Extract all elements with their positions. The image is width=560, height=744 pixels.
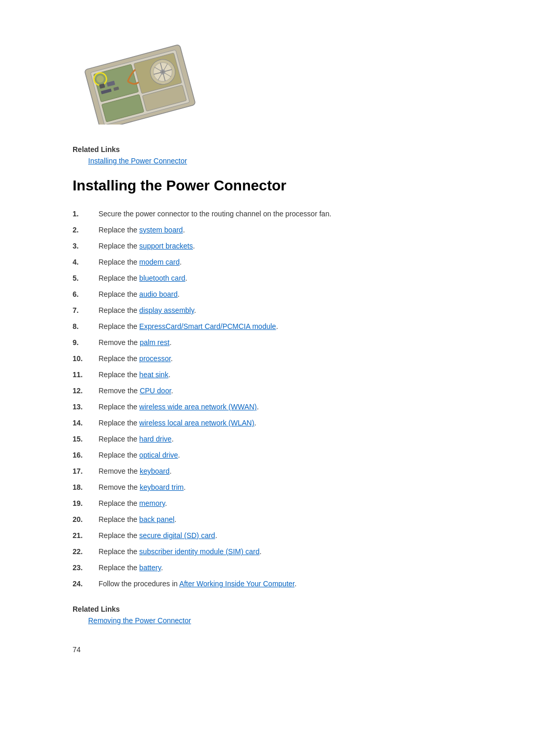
- step-number: 10.: [73, 353, 99, 364]
- system-board-link[interactable]: system board: [139, 226, 183, 234]
- list-item: 6. Replace the audio board.: [73, 289, 508, 300]
- sim-card-link[interactable]: subscriber identity module (SIM) card: [139, 547, 260, 556]
- section-title: Installing the Power Connector: [73, 177, 508, 196]
- step-content: Remove the palm rest.: [99, 337, 172, 348]
- step-number: 1.: [73, 209, 99, 219]
- list-item: 17. Remove the keyboard.: [73, 466, 508, 477]
- wwan-link[interactable]: wireless wide area network (WWAN): [139, 403, 257, 411]
- list-item: 16. Replace the optical drive.: [73, 450, 508, 461]
- step-number: 9.: [73, 337, 99, 348]
- audio-board-link[interactable]: audio board: [139, 290, 178, 298]
- step-number: 3.: [73, 241, 99, 252]
- step-number: 11.: [73, 369, 99, 380]
- steps-list: 1. Secure the power connector to the rou…: [73, 209, 508, 589]
- step-content: Replace the bluetooth card.: [99, 273, 187, 284]
- sd-card-link[interactable]: secure digital (SD) card: [139, 531, 215, 540]
- step-number: 8.: [73, 321, 99, 332]
- related-links-top: Related Links Installing the Power Conne…: [73, 145, 508, 165]
- step-number: 20.: [73, 514, 99, 525]
- related-links-bottom: Related Links Removing the Power Connect…: [73, 605, 508, 625]
- keyboard-link[interactable]: keyboard: [139, 467, 170, 475]
- step-content: Replace the back panel.: [99, 514, 176, 525]
- step-number: 5.: [73, 273, 99, 284]
- laptop-internal-diagram: [73, 31, 197, 125]
- list-item: 9. Remove the palm rest.: [73, 337, 508, 348]
- step-content: Replace the subscriber identity module (…: [99, 546, 261, 557]
- step-number: 17.: [73, 466, 99, 477]
- removing-power-connector-link[interactable]: Removing the Power Connector: [88, 616, 508, 625]
- step-content: Replace the ExpressCard/Smart Card/PCMCI…: [99, 321, 278, 332]
- list-item: 4. Replace the modem card.: [73, 257, 508, 268]
- wlan-link[interactable]: wireless local area network (WLAN): [139, 419, 255, 427]
- after-working-link[interactable]: After Working Inside Your Computer: [179, 580, 295, 588]
- step-content: Remove the keyboard.: [99, 466, 172, 477]
- step-content: Follow the procedures in After Working I…: [99, 578, 297, 589]
- memory-link[interactable]: memory: [139, 499, 165, 507]
- palm-rest-link[interactable]: palm rest: [139, 338, 170, 347]
- display-assembly-link[interactable]: display assembly: [139, 306, 194, 314]
- list-item: 5. Replace the bluetooth card.: [73, 273, 508, 284]
- step-number: 23.: [73, 562, 99, 573]
- hard-drive-link[interactable]: hard drive: [139, 435, 172, 443]
- list-item: 7. Replace the display assembly.: [73, 305, 508, 316]
- step-content: Remove the keyboard trim.: [99, 482, 186, 493]
- expresscard-link[interactable]: ExpressCard/Smart Card/PCMCIA module: [139, 322, 276, 330]
- step-number: 21.: [73, 530, 99, 541]
- step-content: Replace the support brackets.: [99, 241, 195, 252]
- installing-power-connector-link-top[interactable]: Installing the Power Connector: [88, 157, 508, 165]
- list-item: 20. Replace the back panel.: [73, 514, 508, 525]
- step-content: Replace the memory.: [99, 498, 167, 509]
- list-item: 3. Replace the support brackets.: [73, 241, 508, 252]
- step-number: 15.: [73, 434, 99, 445]
- step-number: 13.: [73, 402, 99, 412]
- step-content: Replace the system board.: [99, 225, 185, 236]
- list-item: 10. Replace the processor.: [73, 353, 508, 364]
- battery-link[interactable]: battery: [139, 563, 161, 572]
- heat-sink-link[interactable]: heat sink: [139, 370, 169, 379]
- page-number: 74: [73, 645, 508, 654]
- step-content: Replace the optical drive.: [99, 450, 180, 461]
- step-content: Replace the display assembly.: [99, 305, 196, 316]
- list-item: 24. Follow the procedures in After Worki…: [73, 578, 508, 589]
- step-number: 12.: [73, 385, 99, 396]
- step-number: 18.: [73, 482, 99, 493]
- list-item: 14. Replace the wireless local area netw…: [73, 418, 508, 429]
- step-number: 22.: [73, 546, 99, 557]
- list-item: 1. Secure the power connector to the rou…: [73, 209, 508, 219]
- step-number: 16.: [73, 450, 99, 461]
- list-item: 21. Replace the secure digital (SD) card…: [73, 530, 508, 541]
- step-content: Replace the modem card.: [99, 257, 181, 268]
- step-number: 7.: [73, 305, 99, 316]
- step-number: 14.: [73, 418, 99, 429]
- step-number: 24.: [73, 578, 99, 589]
- step-number: 4.: [73, 257, 99, 268]
- step-number: 19.: [73, 498, 99, 509]
- step-number: 2.: [73, 225, 99, 236]
- diagram-image: [73, 31, 508, 125]
- step-content: Replace the wireless wide area network (…: [99, 402, 259, 412]
- step-content: Replace the heat sink.: [99, 369, 171, 380]
- cpu-door-link[interactable]: CPU door: [139, 387, 171, 395]
- step-content: Replace the battery.: [99, 562, 163, 573]
- list-item: 13. Replace the wireless wide area netwo…: [73, 402, 508, 412]
- list-item: 11. Replace the heat sink.: [73, 369, 508, 380]
- step-content: Replace the audio board.: [99, 289, 179, 300]
- list-item: 12. Remove the CPU door.: [73, 385, 508, 396]
- optical-drive-link[interactable]: optical drive: [139, 451, 178, 459]
- list-item: 19. Replace the memory.: [73, 498, 508, 509]
- list-item: 8. Replace the ExpressCard/Smart Card/PC…: [73, 321, 508, 332]
- step-content: Replace the processor.: [99, 353, 173, 364]
- support-brackets-link[interactable]: support brackets: [139, 242, 193, 250]
- step-number: 6.: [73, 289, 99, 300]
- bluetooth-card-link[interactable]: bluetooth card: [139, 274, 186, 282]
- processor-link[interactable]: processor: [139, 354, 171, 363]
- keyboard-trim-link[interactable]: keyboard trim: [139, 483, 184, 491]
- step-content: Replace the wireless local area network …: [99, 418, 256, 429]
- back-panel-link[interactable]: back panel: [139, 515, 175, 523]
- modem-card-link[interactable]: modem card: [139, 258, 180, 266]
- step-content: Secure the power connector to the routin…: [99, 209, 331, 219]
- list-item: 23. Replace the battery.: [73, 562, 508, 573]
- step-content: Replace the secure digital (SD) card.: [99, 530, 217, 541]
- related-links-bottom-label: Related Links: [73, 605, 508, 613]
- list-item: 18. Remove the keyboard trim.: [73, 482, 508, 493]
